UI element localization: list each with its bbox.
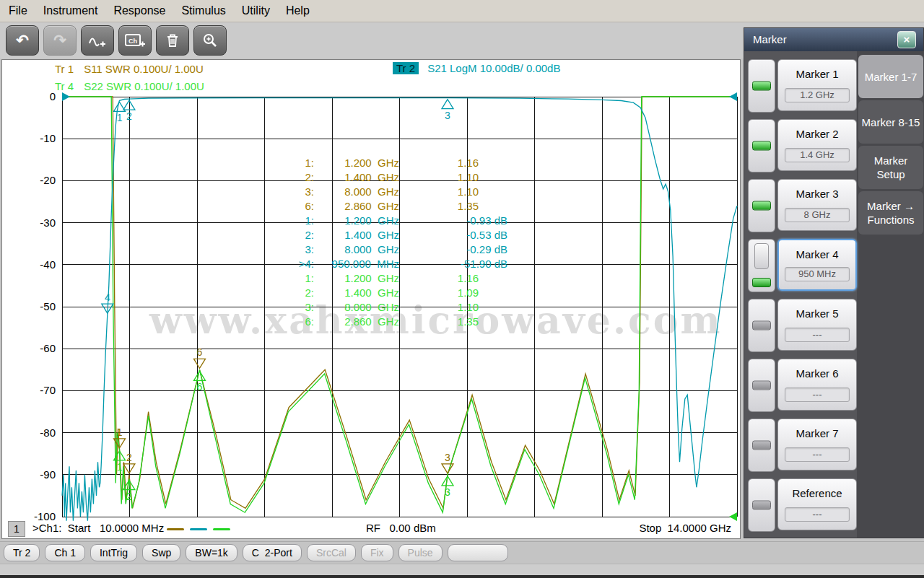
menu-file[interactable]: File xyxy=(0,0,35,22)
marker-3-glyph-tr2 xyxy=(442,100,453,109)
marker-button-title: Marker 5 xyxy=(796,307,838,320)
marker-4-toggle[interactable] xyxy=(748,239,775,292)
status-srccal-button: SrcCal xyxy=(307,544,356,561)
rf-power-readout: RF 0.00 dBm xyxy=(366,522,436,534)
marker-4-button[interactable]: Marker 4950 MHz xyxy=(777,239,857,291)
y-axis-tick: -20 xyxy=(25,174,56,186)
y-axis-tick: 0 xyxy=(25,90,56,102)
marker-1-button[interactable]: Marker 11.2 GHz xyxy=(777,59,857,111)
marker-button-title: Marker 3 xyxy=(796,188,838,200)
menu-response[interactable]: Response xyxy=(105,0,173,22)
marker-button-value: --- xyxy=(785,507,850,522)
marker-3-label-tr1: 3 xyxy=(445,452,450,463)
marker-readout-row: 1:1.200 GHz-0.93 dB xyxy=(282,214,507,228)
tab-marker-setup[interactable]: Marker Setup xyxy=(858,146,923,189)
legend-tr1[interactable]: Tr 1S11 SWR 0.100U/ 1.00U xyxy=(55,63,204,75)
marker-row-reference: Reference--- xyxy=(744,478,857,530)
status-empty-button[interactable] xyxy=(448,544,508,561)
tab-marker-8-15[interactable]: Marker 8-15 xyxy=(858,100,923,144)
readout-cell: 1.35 xyxy=(399,315,479,329)
reference-toggle[interactable] xyxy=(748,478,775,532)
marker-3-button[interactable]: Marker 38 GHz xyxy=(777,179,857,231)
trace-4-chip: Tr 4 xyxy=(55,80,74,92)
trace-2-chip: Tr 2 xyxy=(393,62,419,74)
marker-7-button[interactable]: Marker 7--- xyxy=(777,419,857,470)
marker-5-toggle[interactable] xyxy=(748,299,775,352)
readout-cell: 1: xyxy=(282,271,314,286)
trace-4-color-swatch xyxy=(213,528,230,530)
status-ch-1-button[interactable]: Ch 1 xyxy=(45,544,85,561)
menu-utility[interactable]: Utility xyxy=(234,0,278,22)
marker-button-value: 8 GHz xyxy=(785,208,850,222)
readout-cell: 1.35 xyxy=(399,199,479,214)
toggle-led-on xyxy=(752,82,771,91)
marker-readout-row: 6:2.860 GHz1.35 xyxy=(282,315,507,329)
marker-readout-row: 3:8.000 GHz1.10 xyxy=(282,300,507,315)
toggle-led-off xyxy=(752,321,771,330)
status-tr-2-button[interactable]: Tr 2 xyxy=(4,544,40,561)
toggle-knob xyxy=(754,243,769,269)
trace-1-color-swatch xyxy=(167,528,184,530)
tab-marker-1-7[interactable]: Marker 1-7 xyxy=(858,55,923,98)
status-bw-1k-button[interactable]: BW=1k xyxy=(186,544,237,561)
zoom-button[interactable] xyxy=(193,25,227,56)
status-inttrig-button[interactable]: IntTrig xyxy=(90,544,137,561)
tab-marker-functions[interactable]: Marker → Functions xyxy=(858,191,923,235)
marker-1-toggle[interactable] xyxy=(748,59,775,113)
status-strip xyxy=(0,564,924,576)
status-c-2-port-button[interactable]: C 2-Port xyxy=(243,544,302,561)
marker-3-label-tr2: 3 xyxy=(445,110,450,121)
status-fix-button: Fix xyxy=(361,544,393,561)
marker-6-button[interactable]: Marker 6--- xyxy=(777,359,857,411)
add-channel-button[interactable]: Ch xyxy=(118,25,152,56)
marker-6-toggle[interactable] xyxy=(748,359,775,412)
marker-3-toggle[interactable] xyxy=(748,179,775,232)
toggle-led-off xyxy=(752,501,771,510)
marker-readout-row: 2:1.400 GHz1.10 xyxy=(282,170,507,185)
marker-5-button[interactable]: Marker 5--- xyxy=(777,299,857,351)
legend-tr4[interactable]: Tr 4S22 SWR 0.100U/ 1.00U xyxy=(55,80,204,92)
close-icon[interactable]: × xyxy=(897,31,916,48)
channel-number-box[interactable]: 1 xyxy=(8,521,25,537)
undo-button[interactable]: ↶ xyxy=(6,25,39,56)
status-swp-button[interactable]: Swp xyxy=(142,544,180,561)
reference-level-arrow-tr2 xyxy=(62,92,70,101)
trace-2-format: S21 LogM 10.00dB/ 0.00dB xyxy=(427,62,560,74)
readout-cell: -0.53 dB xyxy=(399,228,507,242)
marker-2-button[interactable]: Marker 21.4 GHz xyxy=(777,119,857,171)
add-trace-button[interactable] xyxy=(81,25,114,56)
y-axis-tick: -60 xyxy=(25,342,56,354)
marker-row-marker-2: Marker 21.4 GHz xyxy=(744,119,857,171)
menu-stimulus[interactable]: Stimulus xyxy=(173,0,233,22)
marker-button-value: --- xyxy=(785,447,850,462)
readout-cell: 2: xyxy=(282,170,314,185)
marker-6-glyph-tr4 xyxy=(193,371,205,380)
delete-button[interactable] xyxy=(156,25,189,56)
marker-readout-table: 1:1.200 GHz1.162:1.400 GHz1.103:8.000 GH… xyxy=(282,156,507,329)
toggle-led-on xyxy=(752,278,771,287)
marker-button-value: 1.2 GHz xyxy=(785,88,850,102)
marker-7-toggle[interactable] xyxy=(748,419,775,472)
marker-4-label-tr2: 4 xyxy=(105,292,110,303)
marker-panel-titlebar[interactable]: Marker xyxy=(744,28,923,51)
marker-1-label-tr1: 1 xyxy=(117,426,123,438)
menu-instrument[interactable]: Instrument xyxy=(35,0,106,22)
readout-cell: 1.400 GHz xyxy=(314,286,399,300)
readout-cell: -0.29 dB xyxy=(399,242,507,257)
toggle-led-off xyxy=(752,381,771,390)
sweep-stop-readout: Stop 14.0000 GHz xyxy=(639,522,731,534)
legend-tr2[interactable]: Tr 2S21 LogM 10.00dB/ 0.00dB xyxy=(393,62,560,74)
readout-cell: 1.200 GHz xyxy=(314,156,399,170)
readout-cell: 1.10 xyxy=(399,185,479,199)
y-axis-tick: -40 xyxy=(25,258,56,271)
marker-2-glyph-tr1 xyxy=(123,464,135,473)
reference-button[interactable]: Reference--- xyxy=(777,478,857,530)
menu-help[interactable]: Help xyxy=(278,0,318,22)
window-bottom-edge xyxy=(0,575,924,578)
trash-icon xyxy=(164,32,181,49)
marker-readout-row: 6:2.860 GHz1.35 xyxy=(282,199,507,214)
readout-cell: 8.000 GHz xyxy=(314,242,399,257)
marker-2-toggle[interactable] xyxy=(748,119,775,172)
trace-plus-icon xyxy=(88,32,107,49)
toggle-led-off xyxy=(752,441,771,450)
